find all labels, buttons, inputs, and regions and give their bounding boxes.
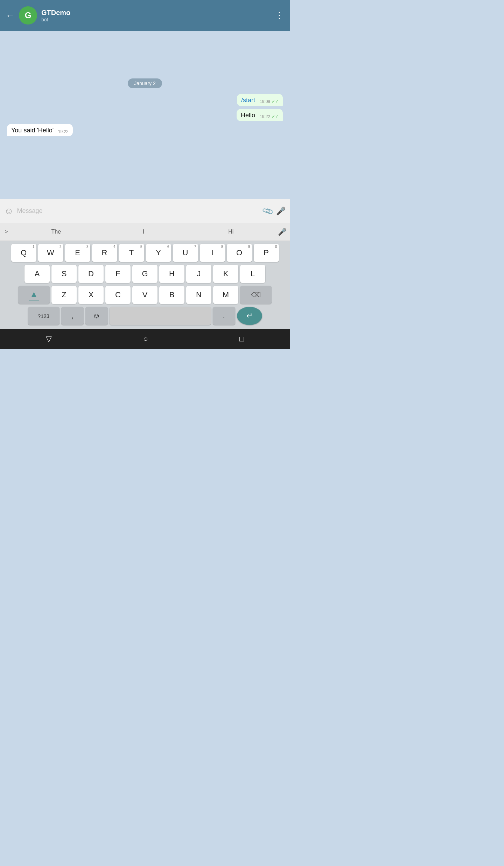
key-H[interactable]: H [159, 265, 184, 283]
avatar[interactable]: G [19, 6, 37, 25]
message-bubble-2: Hello 19:22 ✓✓ [237, 109, 283, 121]
suggestions-bar: > The I Hi 🎤 [0, 223, 290, 241]
suggestion-item-2[interactable]: I [100, 223, 188, 241]
message-meta-1: 19:09 ✓✓ [260, 99, 279, 104]
suggestion-mic-button[interactable]: 🎤 [274, 223, 290, 241]
key-F[interactable]: F [105, 265, 131, 283]
message-checks-1: ✓✓ [272, 99, 279, 104]
attach-button[interactable]: 📎 [261, 205, 274, 217]
message-time-3: 19:22 [58, 129, 69, 134]
keyboard: 1Q 2W 3E 4R 5T 6Y 7U 8I 9O 0P A S D F G … [0, 241, 290, 329]
period-key[interactable]: . [213, 307, 235, 325]
nav-home-button[interactable]: ○ [143, 334, 148, 344]
emoji-keyboard-key[interactable]: ☺ [85, 307, 108, 325]
back-button[interactable]: ← [6, 10, 15, 21]
keyboard-row-1: 1Q 2W 3E 4R 5T 6Y 7U 8I 9O 0P [1, 244, 288, 262]
key-K[interactable]: K [213, 265, 238, 283]
space-key[interactable] [110, 307, 211, 325]
message-text-3: You said 'Hello' [11, 127, 54, 134]
chat-name: GTDemo [41, 9, 275, 17]
key-C[interactable]: C [105, 286, 131, 304]
key-N[interactable]: N [186, 286, 211, 304]
key-T[interactable]: 5T [119, 244, 144, 262]
key-E[interactable]: 3E [65, 244, 90, 262]
message-bubble-1: /start 19:09 ✓✓ [237, 94, 283, 106]
bottom-nav: ▽ ○ □ [0, 329, 290, 349]
key-L[interactable]: L [240, 265, 265, 283]
message-meta-3: 19:22 [58, 129, 69, 134]
key-O[interactable]: 9O [227, 244, 252, 262]
key-B[interactable]: B [159, 286, 184, 304]
chat-subtitle: bot [41, 17, 275, 22]
nav-back-button[interactable]: ▽ [46, 334, 52, 344]
key-I[interactable]: 8I [200, 244, 225, 262]
key-X[interactable]: X [78, 286, 104, 304]
message-input[interactable] [17, 207, 260, 215]
keyboard-row-4: ?123 , ☺ . ↵ [1, 307, 288, 325]
header-info: GTDemo bot [41, 9, 275, 22]
header: ← G GTDemo bot ⋮ [0, 0, 290, 31]
shift-key[interactable]: ▲ [18, 286, 50, 304]
key-Q[interactable]: 1Q [11, 244, 36, 262]
message-bubble-3: You said 'Hello' 19:22 [7, 124, 73, 136]
key-W[interactable]: 2W [38, 244, 63, 262]
keyboard-row-3: ▲ Z X C V B N M ⌫ [1, 286, 288, 304]
key-D[interactable]: D [78, 265, 104, 283]
suggestion-item-3[interactable]: Hi [187, 223, 274, 241]
key-S[interactable]: S [51, 265, 77, 283]
key-G[interactable]: G [132, 265, 158, 283]
suggestion-item-1[interactable]: The [13, 223, 100, 241]
key-Y[interactable]: 6Y [146, 244, 171, 262]
messages-list: /start 19:09 ✓✓ Hello 19:22 ✓✓ You said … [6, 94, 284, 136]
enter-key[interactable]: ↵ [237, 307, 262, 325]
key-P[interactable]: 0P [254, 244, 279, 262]
message-text-2: Hello [241, 112, 255, 119]
message-row-3: You said 'Hello' 19:22 [6, 124, 284, 136]
key-V[interactable]: V [132, 286, 158, 304]
key-J[interactable]: J [186, 265, 211, 283]
message-meta-2: 19:22 ✓✓ [260, 114, 279, 119]
chat-area: January 2 /start 19:09 ✓✓ Hello 19:22 ✓✓ [0, 31, 290, 199]
date-badge: January 2 [6, 78, 284, 88]
message-time-2: 19:22 [260, 114, 270, 119]
message-checks-2: ✓✓ [272, 114, 279, 119]
date-badge-label: January 2 [128, 78, 162, 88]
key-M[interactable]: M [213, 286, 238, 304]
key-R[interactable]: 4R [92, 244, 117, 262]
keyboard-row-2: A S D F G H J K L [1, 265, 288, 283]
backspace-key[interactable]: ⌫ [240, 286, 272, 304]
suggestions-chevron[interactable]: > [0, 223, 13, 241]
more-options-button[interactable]: ⋮ [275, 11, 284, 20]
key-Z[interactable]: Z [51, 286, 77, 304]
message-time-1: 19:09 [260, 99, 270, 104]
comma-key[interactable]: , [61, 307, 84, 325]
emoji-button[interactable]: ☺ [4, 206, 14, 216]
input-area: ☺ 📎 🎤 [0, 199, 290, 223]
message-row-1: /start 19:09 ✓✓ [6, 94, 284, 106]
key-U[interactable]: 7U [173, 244, 198, 262]
nav-recents-button[interactable]: □ [239, 334, 244, 344]
num-key[interactable]: ?123 [28, 307, 59, 325]
message-row-2: Hello 19:22 ✓✓ [6, 109, 284, 121]
suggestion-items: The I Hi [13, 223, 274, 241]
key-A[interactable]: A [24, 265, 50, 283]
message-text-1: /start [241, 97, 255, 104]
mic-button[interactable]: 🎤 [276, 207, 286, 216]
